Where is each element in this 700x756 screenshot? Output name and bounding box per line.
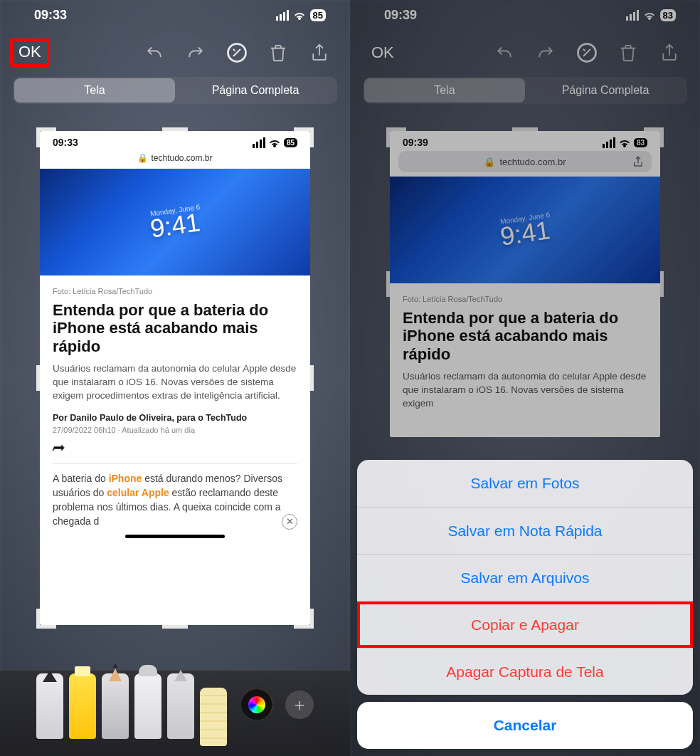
editor-toolbar: OK — [0, 30, 350, 75]
tool-pencil[interactable] — [102, 673, 129, 739]
crop-handle-top[interactable] — [162, 127, 188, 131]
mini-wifi-icon — [268, 137, 281, 147]
action-sheet: Salvar em Fotos Salvar em Nota Rápida Sa… — [357, 460, 693, 749]
screenshot-editor-left: 09:33 85 OK Tela Página Completa — [0, 0, 350, 756]
save-to-files-button[interactable]: Salvar em Arquivos — [357, 554, 693, 601]
crop-handle-bottom[interactable] — [162, 625, 188, 629]
screenshot-preview[interactable]: 09:33 85 🔒 techtudo.com.br Monday, June … — [40, 131, 310, 625]
crop-handle-top-right[interactable] — [294, 127, 314, 147]
action-sheet-options: Salvar em Fotos Salvar em Nota Rápida Sa… — [357, 460, 693, 695]
status-bar: 09:33 85 — [0, 0, 350, 30]
color-picker[interactable] — [241, 689, 272, 720]
mini-signal-icon — [253, 137, 265, 148]
share-icon[interactable] — [302, 35, 337, 70]
cancel-button[interactable]: Cancelar — [357, 702, 693, 749]
divider — [53, 463, 297, 464]
battery-indicator: 85 — [310, 9, 326, 21]
redo-icon[interactable] — [178, 35, 213, 70]
screenshot-editor-right: 09:39 83 OK Tela Página Completa — [350, 0, 700, 756]
article-headline: Entenda por que a bateria do iPhone está… — [53, 301, 297, 355]
article-lead: Usuários reclamam da autonomia do celula… — [53, 362, 297, 403]
lock-icon: 🔒 — [137, 153, 148, 163]
tool-lasso[interactable] — [167, 673, 194, 739]
mini-status-time: 09:33 — [53, 137, 78, 148]
status-time: 09:33 — [34, 8, 67, 23]
tool-pen[interactable] — [36, 673, 63, 739]
mini-url: 🔒 techtudo.com.br — [40, 151, 310, 169]
photo-caption: Foto: Letícia Rosa/TechTudo — [53, 287, 297, 295]
copy-and-delete-button[interactable]: Copiar e Apagar — [357, 601, 693, 648]
crop-handle-bottom-left[interactable] — [36, 609, 56, 629]
article-share-icon: ⮫ — [53, 441, 297, 456]
captured-page: 09:33 85 🔒 techtudo.com.br Monday, June … — [40, 131, 310, 625]
crop-handle-bottom-right[interactable] — [294, 609, 314, 629]
delete-screenshot-button[interactable]: Apagar Captura de Tela — [357, 648, 693, 695]
article-byline: Por Danilo Paulo de Oliveira, para o Tec… — [53, 413, 297, 423]
signal-icon — [276, 10, 289, 21]
hero-clock: 9:41 — [149, 209, 202, 241]
segmented-control: Tela Página Completa — [13, 77, 337, 104]
close-ad-icon: ✕ — [282, 514, 297, 530]
crop-handle-left[interactable] — [36, 365, 40, 391]
trash-icon[interactable] — [260, 35, 296, 70]
wifi-icon — [293, 10, 306, 20]
crop-handle-right[interactable] — [310, 365, 314, 391]
article-dateline: 27/09/2022 06h10 · Atualizado há um dia — [53, 426, 297, 434]
article-hero: Monday, June 6 9:41 — [40, 169, 310, 275]
save-to-photos-button[interactable]: Salvar em Fotos — [357, 460, 693, 507]
home-indicator — [125, 535, 225, 538]
done-button[interactable]: OK — [10, 38, 50, 67]
tool-ruler[interactable] — [200, 688, 227, 746]
tool-highlighter[interactable] — [69, 673, 96, 739]
undo-icon[interactable] — [137, 35, 172, 70]
tab-screen[interactable]: Tela — [14, 78, 175, 103]
article-body: A bateria do iPhone está durando menos? … — [53, 471, 297, 529]
crop-handle-top-left[interactable] — [36, 127, 56, 147]
markup-tool-tray: ＋ — [0, 671, 350, 756]
tab-full-page[interactable]: Página Completa — [175, 78, 336, 103]
markup-icon[interactable] — [219, 35, 255, 70]
add-tool-button[interactable]: ＋ — [285, 691, 314, 719]
save-quick-note-button[interactable]: Salvar em Nota Rápida — [357, 507, 693, 554]
tool-eraser[interactable] — [134, 673, 161, 739]
